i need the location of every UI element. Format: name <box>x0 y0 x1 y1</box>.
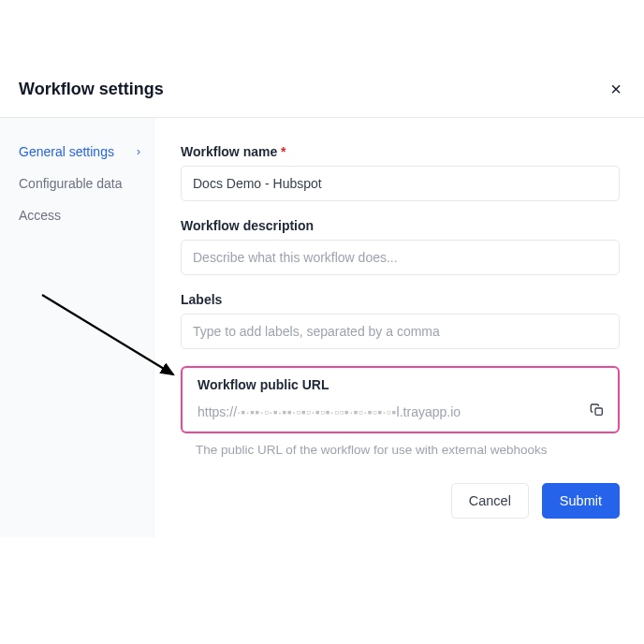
copy-url-button[interactable] <box>588 401 607 422</box>
sidebar-item-label: Access <box>19 208 61 223</box>
sidebar-item-general-settings[interactable]: General settings › <box>19 144 154 159</box>
required-marker: * <box>281 144 285 159</box>
sidebar-item-label: General settings <box>19 144 114 159</box>
cancel-button[interactable]: Cancel <box>451 483 529 519</box>
workflow-description-input[interactable] <box>181 240 620 275</box>
page-title: Workflow settings <box>19 80 164 99</box>
workflow-public-url-value: https://·▪·▪▪·▫·▪·▪▪·▫▪▫·▪▫▪·▫▫▪·▪▫·▪▫▪·… <box>198 404 461 419</box>
main-content: Workflow name * Workflow description Lab… <box>154 118 644 537</box>
labels-label: Labels <box>181 292 620 307</box>
sidebar-item-configurable-data[interactable]: Configurable data <box>19 176 154 191</box>
workflow-description-label: Workflow description <box>181 218 620 233</box>
sidebar-item-label: Configurable data <box>19 176 123 191</box>
workflow-name-label: Workflow name * <box>181 144 620 159</box>
workflow-public-url-label: Workflow public URL <box>198 377 607 392</box>
workflow-public-url-helper: The public URL of the workflow for use w… <box>181 443 620 457</box>
workflow-name-input[interactable] <box>181 166 620 201</box>
submit-button[interactable]: Submit <box>542 483 620 519</box>
close-button[interactable]: × <box>607 75 625 104</box>
sidebar-item-access[interactable]: Access <box>19 208 154 223</box>
labels-input[interactable] <box>181 314 620 349</box>
chevron-right-icon: › <box>137 145 140 158</box>
settings-sidebar: General settings › Configurable data Acc… <box>0 118 154 537</box>
copy-icon <box>590 402 605 417</box>
footer-actions: Cancel Submit <box>451 483 620 519</box>
svg-rect-0 <box>595 408 602 415</box>
workflow-public-url-box: Workflow public URL https://·▪·▪▪·▫·▪·▪▪… <box>181 366 620 433</box>
